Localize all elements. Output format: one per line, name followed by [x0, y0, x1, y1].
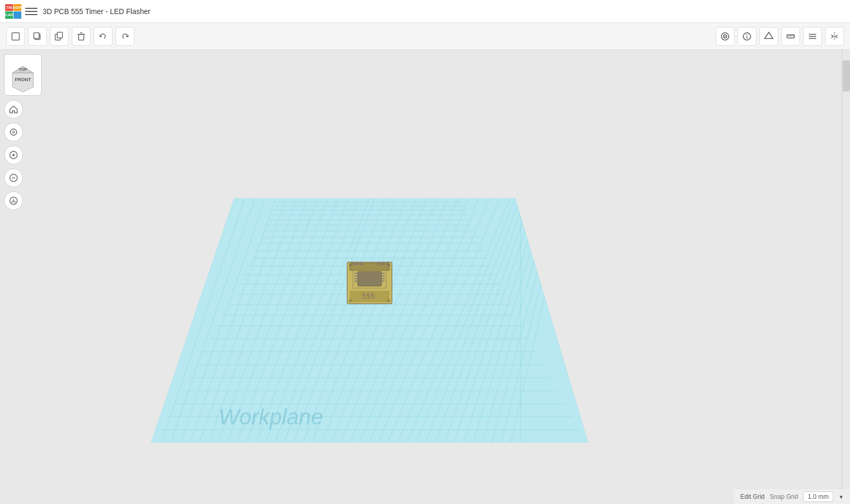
workplane-grid: Workplane [0, 50, 850, 504]
svg-rect-107 [382, 273, 385, 274]
duplicate-button[interactable] [50, 27, 69, 46]
svg-text:555: 555 [362, 292, 375, 300]
pcb-model[interactable]: 555 [347, 262, 392, 304]
svg-rect-97 [356, 262, 359, 265]
svg-rect-5 [79, 34, 84, 40]
logo-cad: CAD [5, 11, 13, 19]
edit-grid-label[interactable]: Edit Grid [740, 493, 765, 500]
svg-rect-108 [382, 275, 385, 277]
toolbar [0, 23, 850, 50]
page-title: 3D PCB 555 Timer - LED Flasher [43, 7, 150, 16]
svg-marker-118 [12, 73, 33, 92]
snap-grid-value[interactable]: 1.0 mm [803, 492, 833, 502]
header: TIN KER CAD 3D PCB 555 Timer - LED Flash… [0, 0, 850, 23]
view-cube-svg: FRONT TOP [7, 58, 39, 92]
shapes-button[interactable] [759, 27, 778, 46]
svg-point-10 [725, 36, 726, 37]
svg-rect-0 [12, 33, 19, 40]
new-button[interactable] [6, 27, 25, 46]
left-panel: FRONT TOP [4, 54, 42, 210]
workplane-label: Workplane [219, 405, 323, 429]
svg-rect-106 [354, 280, 358, 282]
svg-rect-99 [377, 262, 380, 265]
right-scrollbar[interactable] [842, 50, 850, 504]
orientation-button[interactable] [4, 191, 23, 210]
undo-button[interactable] [94, 27, 112, 46]
canvas-area[interactable]: Workplane [0, 50, 850, 504]
scrollbar-thumb[interactable] [843, 60, 850, 92]
svg-rect-96 [351, 262, 354, 265]
svg-rect-104 [354, 275, 358, 277]
bottom-bar: Edit Grid Snap Grid 1.0 mm ▼ [734, 489, 850, 504]
svg-rect-105 [354, 278, 358, 279]
svg-text:TOP: TOP [19, 67, 28, 72]
svg-marker-14 [765, 32, 773, 38]
tinkercad-logo[interactable]: TIN KER CAD [5, 4, 20, 19]
align-button[interactable] [803, 27, 822, 46]
svg-point-127 [12, 131, 15, 133]
main-canvas[interactable]: Workplane [0, 50, 850, 504]
svg-rect-2 [34, 33, 39, 38]
fit-button[interactable] [4, 123, 23, 141]
svg-text:FRONT: FRONT [15, 77, 31, 82]
logo-dot [14, 11, 21, 19]
zoom-in-button[interactable] [4, 146, 23, 164]
mirror-button[interactable] [825, 27, 844, 46]
svg-rect-101 [386, 262, 389, 265]
svg-rect-98 [360, 262, 363, 265]
svg-rect-109 [382, 278, 385, 279]
snap-grid-chevron[interactable]: ▼ [839, 494, 844, 500]
svg-rect-103 [354, 273, 358, 274]
inspect-button[interactable] [716, 27, 734, 46]
delete-button[interactable] [72, 27, 91, 46]
svg-rect-100 [382, 262, 385, 265]
home-button[interactable] [4, 100, 23, 119]
svg-marker-25 [151, 198, 588, 443]
svg-point-12 [746, 34, 747, 35]
snap-grid-label: Snap Grid [770, 493, 798, 500]
redo-button[interactable] [116, 27, 134, 46]
svg-rect-4 [57, 32, 62, 38]
zoom-out-button[interactable] [4, 169, 23, 187]
logo-tin: TIN [5, 4, 13, 11]
svg-point-122 [10, 129, 17, 135]
ruler-button[interactable] [781, 27, 800, 46]
copy-button[interactable] [28, 27, 47, 46]
logo-ker: KER [14, 4, 21, 11]
notes-button[interactable] [738, 27, 756, 46]
svg-rect-110 [382, 280, 385, 282]
menu-icon[interactable] [25, 5, 37, 18]
svg-rect-102 [358, 272, 382, 286]
view-cube[interactable]: FRONT TOP [4, 54, 42, 96]
